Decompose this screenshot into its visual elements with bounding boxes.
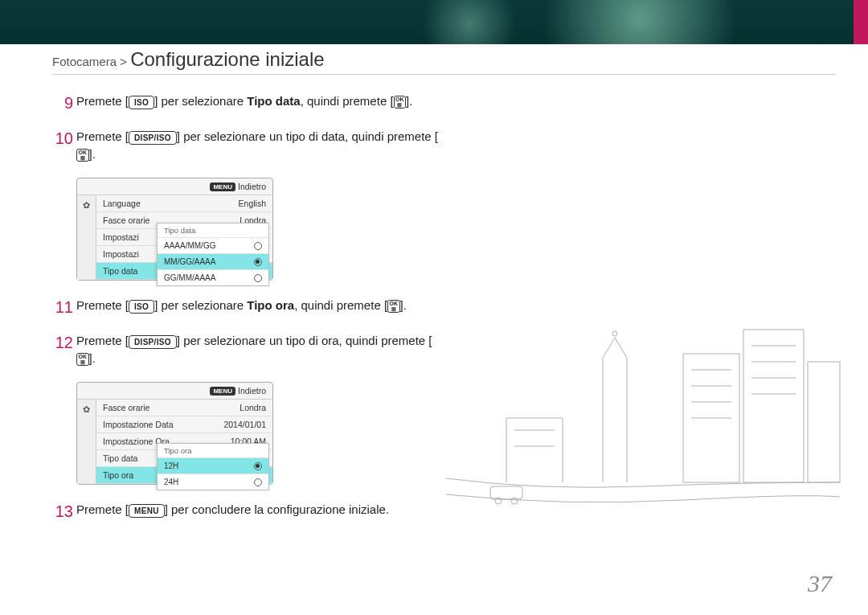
city-illustration bbox=[442, 281, 844, 523]
accent-bar bbox=[854, 0, 868, 44]
popup-title: Tipo data bbox=[158, 223, 268, 238]
step-10: 10 Premete [DISP/ISO] per selezionare un… bbox=[52, 128, 438, 163]
breadcrumb: Fotocamera > Configurazione iniziale bbox=[52, 48, 325, 71]
list-item: LanguageEnglish bbox=[96, 195, 272, 212]
svg-point-11 bbox=[612, 331, 617, 336]
menu-button-icon: MENU bbox=[129, 504, 165, 518]
popup-title: Tipo ora bbox=[158, 444, 268, 458]
option-aaaa-mm-gg: AAAA/MM/GG bbox=[158, 238, 268, 254]
disp-iso-button-icon: DISP/ISO bbox=[129, 335, 177, 349]
step-9: 9 Premete [ISO] per selezionare Tipo dat… bbox=[52, 92, 438, 113]
radio-icon bbox=[254, 274, 262, 282]
radio-icon bbox=[254, 242, 262, 250]
ok-button-icon: OK⊞ bbox=[387, 300, 400, 313]
step-12: 12 Premete [DISP/ISO] per selezionare un… bbox=[52, 332, 438, 367]
tipo-ora-popup: Tipo ora 12H 24H bbox=[157, 443, 269, 490]
step-num: 12 bbox=[52, 332, 73, 353]
header-sparkle bbox=[0, 0, 854, 44]
step-text: Premete [DISP/ISO] per selezionare un ti… bbox=[76, 332, 438, 367]
page-title: Configurazione iniziale bbox=[130, 48, 324, 70]
list-item: Impostazione Data2014/01/01 bbox=[96, 416, 272, 433]
camera-ui-tipo-data: MENUIndietro ✿ LanguageEnglish Fasce ora… bbox=[76, 178, 273, 281]
svg-rect-14 bbox=[490, 486, 522, 499]
step-text: Premete [ISO] per selezionare Tipo data,… bbox=[76, 92, 412, 110]
step-11: 11 Premete [ISO] per selezionare Tipo or… bbox=[52, 297, 438, 318]
step-num: 10 bbox=[52, 128, 73, 149]
tipo-data-popup: Tipo data AAAA/MM/GG MM/GG/AAAA GG/MM/AA… bbox=[157, 223, 269, 286]
cam-topbar: MENUIndietro bbox=[77, 178, 272, 196]
svg-rect-2 bbox=[808, 362, 840, 482]
iso-button-icon: ISO bbox=[129, 96, 154, 109]
ok-button-icon: OK⊞ bbox=[394, 96, 407, 109]
step-num: 9 bbox=[52, 92, 73, 113]
menu-badge-icon: MENU bbox=[210, 182, 235, 191]
step-text: Premete [DISP/ISO] per selezionare un ti… bbox=[76, 128, 438, 163]
camera-ui-tipo-ora: MENUIndietro ✿ Fasce orarieLondra Impost… bbox=[76, 382, 273, 486]
svg-rect-1 bbox=[743, 330, 804, 482]
gear-icon: ✿ bbox=[83, 404, 90, 415]
cam-topbar: MENUIndietro bbox=[77, 383, 272, 400]
divider bbox=[52, 74, 836, 75]
step-text: Premete [ISO] per selezionare Tipo ora, … bbox=[76, 297, 407, 314]
list-item: Fasce orarieLondra bbox=[96, 400, 272, 416]
iso-button-icon: ISO bbox=[129, 300, 154, 314]
svg-point-16 bbox=[511, 498, 518, 504]
page-number: 37 bbox=[808, 570, 832, 597]
option-gg-mm-aaaa: GG/MM/AAAA bbox=[158, 270, 268, 285]
ok-button-icon: OK⊞ bbox=[76, 149, 89, 162]
option-mm-gg-aaaa: MM/GG/AAAA bbox=[158, 254, 268, 270]
step-13: 13 Premete [MENU] per concludere la conf… bbox=[52, 501, 438, 522]
disp-iso-button-icon: DISP/ISO bbox=[129, 131, 177, 145]
radio-icon bbox=[254, 478, 262, 486]
radio-icon bbox=[254, 462, 262, 470]
radio-icon bbox=[254, 258, 262, 266]
gear-icon: ✿ bbox=[83, 200, 90, 211]
ok-button-icon: OK⊞ bbox=[76, 353, 89, 366]
option-24h: 24H bbox=[158, 474, 268, 490]
menu-badge-icon: MENU bbox=[210, 387, 235, 396]
step-text: Premete [MENU] per concludere la configu… bbox=[76, 501, 389, 519]
step-num: 11 bbox=[52, 297, 73, 318]
cam-sidebar: ✿ bbox=[77, 400, 96, 484]
cam-sidebar: ✿ bbox=[77, 195, 96, 280]
option-12h: 12H bbox=[158, 458, 268, 474]
breadcrumb-path: Fotocamera > bbox=[52, 55, 127, 68]
step-num: 13 bbox=[52, 501, 73, 522]
